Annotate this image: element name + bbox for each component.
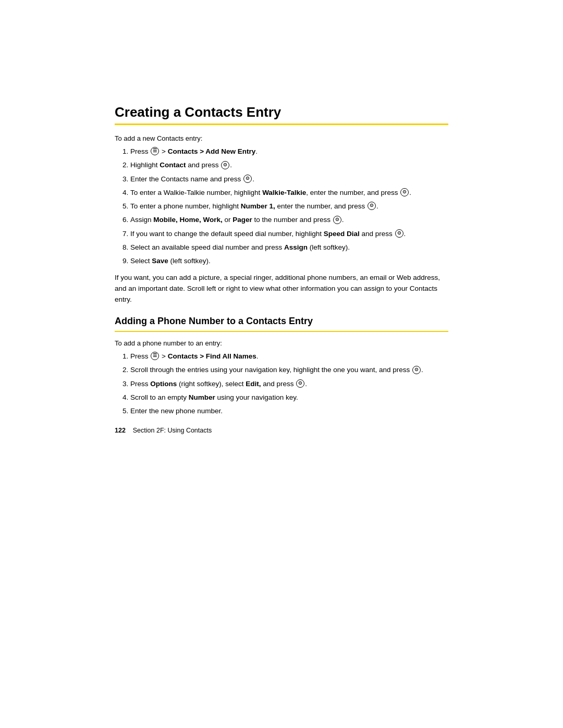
list-item: Scroll to an empty Number using your nav… (130, 392, 448, 403)
subsection-divider (115, 331, 448, 332)
list-item: Select an available speed dial number an… (130, 242, 448, 253)
page-content: Creating a Contacts Entry To add a new C… (104, 104, 459, 434)
list-item: Press ☰ > Contacts > Find All Names. (130, 351, 448, 362)
page-number: 122 (115, 427, 126, 434)
list-item: Select Save (left softkey). (130, 256, 448, 266)
ok-icon: ⊙ (333, 216, 341, 224)
ok-icon: ⊙ (400, 188, 409, 196)
paragraph-text: If you want, you can add a picture, a sp… (115, 273, 448, 305)
menu-icon: ☰ (151, 147, 159, 155)
list-item: Highlight Contact and press ⊙. (130, 160, 448, 170)
list-item: Scroll through the entries using your na… (130, 365, 448, 375)
ok-icon: ⊙ (221, 161, 229, 169)
adding-label: To add a phone number to an entry: (115, 339, 448, 347)
list-item: Assign Mobile, Home, Work, or Pager to t… (130, 215, 448, 225)
creating-steps-list: Press ☰ > Contacts > Add New Entry. High… (130, 146, 448, 266)
section-label: Section 2F: Using Contacts (133, 427, 212, 434)
ok-icon: ⊙ (395, 229, 403, 238)
list-item: Press Options (right softkey), select Ed… (130, 379, 448, 389)
main-title: Creating a Contacts Entry (115, 104, 448, 120)
ok-icon: ⊙ (296, 379, 304, 388)
footer: 122 Section 2F: Using Contacts (115, 427, 448, 434)
menu-icon: ☰ (151, 352, 159, 360)
ok-icon: ⊙ (243, 175, 252, 183)
list-item: If you want to change the default speed … (130, 229, 448, 239)
list-item: To enter a phone number, highlight Numbe… (130, 201, 448, 212)
ok-icon: ⊙ (368, 202, 376, 210)
list-item: To enter a Walkie-Talkie number, highlig… (130, 188, 448, 198)
create-label: To add a new Contacts entry: (115, 134, 448, 142)
adding-steps-list: Press ☰ > Contacts > Find All Names. Scr… (130, 351, 448, 416)
subsection-title: Adding a Phone Number to a Contacts Entr… (115, 316, 448, 327)
title-divider (115, 124, 448, 125)
list-item: Enter the new phone number. (130, 406, 448, 416)
ok-icon: ⊙ (412, 366, 421, 374)
list-item: Press ☰ > Contacts > Add New Entry. (130, 146, 448, 157)
list-item: Enter the Contacts name and press ⊙. (130, 174, 448, 184)
